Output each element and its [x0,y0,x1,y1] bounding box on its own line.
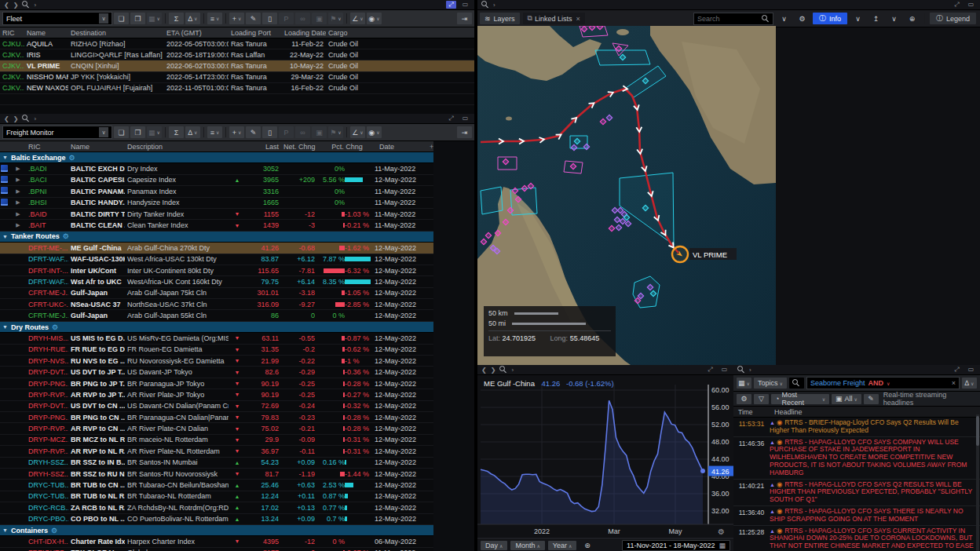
selected-vessel-marker[interactable]: VL PRIME [672,246,737,262]
new-document-icon[interactable]: ❏ [114,126,129,138]
sum-icon[interactable]: Σ [169,126,184,138]
add-row-icon[interactable]: +∨ [229,126,244,138]
map-viewport[interactable]: VL PRIME 50 km 50 mi Lat: 24.701925 Long… [477,26,776,365]
expand-icon[interactable]: ⤢ [446,1,456,9]
year-button[interactable]: Year∧ [548,541,577,550]
alert-icon[interactable]: ∆∨ [185,126,200,138]
pin-right-icon[interactable]: ⇥ [457,126,472,138]
tab-linked-lists[interactable]: ⧉Linked Lists× [523,13,585,24]
expander-icon[interactable]: ▶ [10,188,26,195]
layout-icon[interactable]: ▭ [460,115,470,122]
flag-icon[interactable]: ⚑∨ [328,126,343,138]
table-row[interactable]: CFRT-ME-J...Gulf-JapanArab Gulf-Japan 55… [0,310,433,321]
table-row[interactable]: DRYH-RUE...FR RUE to EG D...FR Rouen-EG … [0,345,433,356]
section-header[interactable]: ▼Tanker Routes⚙ [0,232,433,243]
table-row[interactable]: CJKV...NISSHO MARUJP YKK [Yokkaichi]2022… [0,72,474,83]
expander-icon[interactable]: ▶ [10,211,26,217]
layout-icon[interactable]: ▭ [966,366,976,374]
map-zone[interactable] [481,187,503,214]
table-row[interactable]: CHT-IDX-H...Charter Rate IdxHarpex Chart… [0,536,433,547]
back-icon[interactable]: ❮ [481,367,487,374]
section-header[interactable]: ▼Containers⚙ [0,525,433,536]
draw-icon[interactable]: ∠∨ [350,126,365,138]
expand-icon[interactable]: ⤢ [446,115,456,122]
table-row[interactable]: DFRT-WAF...Wst Afr to UKCWestAfrica-UK C… [0,276,433,287]
table-row[interactable]: DRYC-PBO...CO PBO to NL ...CO PuertoBoli… [0,514,433,525]
table-row[interactable]: ▶.BHSIBALTIC HANDY...Handysize Index1665… [0,198,433,209]
share-icon[interactable]: ↥ [868,13,883,24]
visibility-icon[interactable]: ◉∨ [367,13,382,24]
expand-icon[interactable]: ⤢ [952,366,962,374]
table-row[interactable]: CFRT-ME-J...Gulf-JapanArab Gulf-Japan 75… [0,288,433,299]
expander-icon[interactable]: ▶ [10,177,26,183]
table-row[interactable]: CJKV...VL PRIMECNQIN [Xinhui]2022-06-02T… [0,60,474,71]
settings-gear-icon[interactable]: ⚙ [68,154,75,162]
briefcase-icon[interactable]: ▣ [312,13,327,24]
pause-icon[interactable]: P [279,13,294,24]
settings-gear-icon[interactable]: ⚙ [51,527,57,535]
save-icon[interactable]: ▦∨ [147,13,162,24]
layers-button[interactable]: ≋Layers [480,13,520,24]
table-row[interactable]: DRYH-SSZ...BR SSZ to IN B...BR Santos-IN… [0,458,433,469]
clear-icon[interactable]: × [952,379,956,387]
delete-icon[interactable]: ▯ [262,126,277,138]
settings-gear-icon[interactable]: ⚙ [63,232,69,240]
table-row[interactable]: CJKV...IRISLINGGI>QARLF [Ras Laffan]2022… [0,49,474,60]
chevron-down-icon[interactable]: ∨ [887,13,901,24]
layout-icon[interactable]: ▭ [460,1,470,9]
link-icon[interactable]: ∞ [295,126,310,138]
sum-icon[interactable]: Σ [169,13,184,24]
table-row[interactable]: DRYH-SSZ...BR SSZ to RU N...BR Santos-RU… [0,469,433,480]
legend-button[interactable]: ⓘLegend [930,13,976,24]
visibility-icon[interactable]: ◉∨ [367,126,382,138]
table-row[interactable]: CJKU...AQUILARIZHAO [Rizhao]2022-05-05T0… [0,38,474,49]
briefcase-icon[interactable]: ▣ [312,126,327,138]
forward-icon[interactable]: ❯ [13,2,19,9]
search-icon[interactable] [789,378,804,389]
delete-icon[interactable]: ▯ [262,13,277,24]
table-row[interactable]: DRYP-RVP...AR RVP to NL R...AR River Pla… [0,446,433,457]
section-header[interactable]: ▼Baltic Exchange⚙ [0,152,433,163]
collapse-icon[interactable]: ▼ [2,527,8,533]
month-button[interactable]: Month∧ [510,541,544,550]
news-query-input[interactable]: Seaborne Freight AND ∨ × [806,377,960,389]
edit-pencil-icon[interactable]: ✎ [246,126,261,138]
table-row[interactable]: DFRT-WAF...WAF-USAC-130KWest Africa-USAC… [0,254,433,265]
route-chart-canvas[interactable]: 60.0056.0052.0048.0044.0040.0036.0032.00… [477,374,733,539]
section-header[interactable]: ▼Dry Routes⚙ [0,322,433,333]
settings-gear-icon[interactable]: ⚙ [52,323,58,331]
expander-icon[interactable]: ▶ [10,166,26,172]
pin-right-icon[interactable]: ⇥ [457,13,472,24]
chevron-down-icon[interactable]: ∨ [777,13,792,24]
search-icon[interactable] [22,1,30,9]
alert-icon[interactable]: ∆∨ [185,13,200,24]
filter-icon[interactable]: ▽ [754,394,769,404]
table-row[interactable]: DRYC-RCB...ZA RCB to NL R...ZA RchdsBy-N… [0,502,433,513]
expand-icon[interactable]: ⤢ [705,366,715,374]
save-icon[interactable]: ▦∨ [147,126,162,138]
table-row[interactable]: DRYC-TUB...BR TUB to CN ...BR Tubarao-CN… [0,480,433,491]
search-icon[interactable] [481,1,489,9]
search-icon[interactable] [22,115,30,122]
globe-icon[interactable]: ⊕ [905,13,920,24]
chevron-down-icon[interactable]: ∨ [850,13,865,24]
layout-icon[interactable]: ▭ [719,366,730,374]
table-row[interactable]: ▶.BPNIBALTIC PANAM...Panamax Index33160%… [0,186,433,197]
expander-icon[interactable]: ▶ [10,199,26,206]
flag-icon[interactable]: ⚑∨ [328,13,343,24]
settings-gear-icon[interactable]: ⊛ [580,541,594,550]
table-row[interactable]: DRYH-MIS...US MIS to EG D...US MisRv-EG … [0,333,433,344]
settings-gear-icon[interactable]: ⚙ [795,13,810,24]
fleet-view-select[interactable]: Fleet∨ [2,12,112,25]
collapse-icon[interactable]: ▼ [2,324,8,330]
table-row[interactable]: ▶.BAITBALTIC CLEAN ...Clean Tanker Index… [0,220,433,231]
forward-icon[interactable]: ❯ [491,367,496,374]
table-row[interactable]: DRYP-PNG...BR PNG to JP T...BR Paranagua… [0,378,433,389]
add-column-button[interactable]: + [427,143,433,151]
info-button[interactable]: ⓘInfo [813,13,847,24]
open-folder-icon[interactable]: ❐ [130,126,145,138]
table-row[interactable]: DRYP-MCZ...BR MCZ to NL R...BR maceio-NL… [0,435,433,446]
news-row[interactable]: 11:53:31▲◉RTRS - BRIEF-Hapag-Lloyd CFO S… [733,418,980,437]
edit-pencil-icon[interactable]: ✎ [864,394,879,404]
search-icon[interactable] [499,366,507,374]
